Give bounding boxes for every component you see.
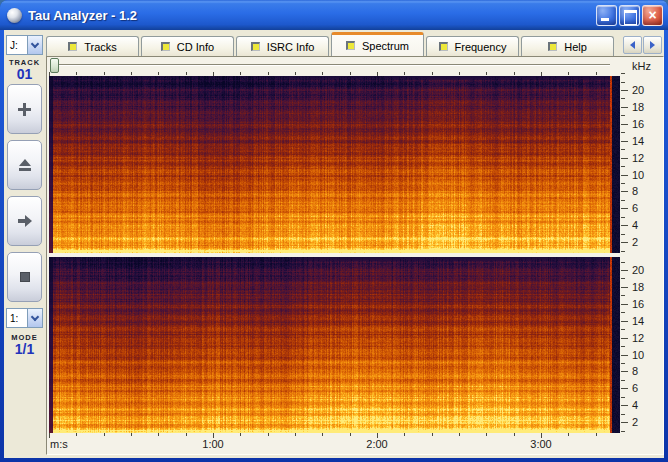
time-tick <box>404 433 405 436</box>
plus-icon <box>18 103 31 116</box>
mode-select[interactable]: 1: <box>6 308 43 328</box>
time-tick <box>568 72 569 75</box>
drive-select-dropdown-button[interactable] <box>27 36 42 54</box>
drive-select[interactable]: J: <box>6 35 43 55</box>
freq-tick <box>621 124 628 125</box>
freq-tick <box>621 388 628 389</box>
freq-tick-label: 16 <box>632 298 644 310</box>
freq-tick <box>621 397 625 398</box>
freq-tick <box>621 82 625 83</box>
drive-select-value: J: <box>7 36 27 54</box>
mode-select-dropdown-button[interactable] <box>27 309 42 327</box>
freq-tick <box>621 141 628 142</box>
freq-tick <box>621 251 625 252</box>
tab-help[interactable]: Help <box>521 36 614 56</box>
arrow-right-icon <box>18 215 32 227</box>
position-slider-track[interactable] <box>53 64 610 66</box>
time-tick <box>295 72 296 75</box>
minimize-button[interactable] <box>596 5 617 26</box>
eject-icon <box>19 159 31 171</box>
time-tick <box>268 72 269 75</box>
mode-value: 1/1 <box>4 341 45 357</box>
time-axis-label: 3:00 <box>530 438 551 450</box>
freq-tick <box>621 431 625 432</box>
time-tick <box>76 433 77 436</box>
title-bar[interactable]: Tau Analyzer - 1.2 × <box>0 0 668 30</box>
freq-tick-label: 20 <box>632 84 644 96</box>
time-tick <box>268 433 269 436</box>
time-axis-unit: m:s <box>50 438 68 450</box>
time-tick <box>459 72 460 75</box>
tab-cd-info[interactable]: CD Info <box>141 36 234 56</box>
tab-frequency[interactable]: Frequency <box>426 36 519 56</box>
tab-spectrum[interactable]: Spectrum <box>331 32 424 56</box>
close-icon: × <box>643 6 662 25</box>
freq-axis-unit: kHz <box>632 60 651 72</box>
stop-button[interactable] <box>7 252 42 302</box>
time-tick <box>541 72 542 76</box>
tab-label: Tracks <box>84 41 117 53</box>
freq-tick <box>621 107 628 108</box>
tab-label: Frequency <box>455 41 507 53</box>
time-tick <box>404 72 405 75</box>
freq-tick <box>621 183 625 184</box>
time-tick <box>131 72 132 75</box>
freq-tick-label: 20 <box>632 264 644 276</box>
freq-tick <box>621 217 625 218</box>
freq-tick <box>621 422 628 423</box>
chevron-down-icon <box>31 39 39 47</box>
freq-tick <box>621 166 625 167</box>
freq-tick-label: 18 <box>632 281 644 293</box>
app-icon <box>7 8 22 23</box>
tab-tracks[interactable]: Tracks <box>46 36 139 56</box>
arrow-left-icon <box>630 41 635 49</box>
time-tick <box>240 72 241 75</box>
stop-icon <box>20 272 30 282</box>
mode-select-value: 1: <box>7 309 27 327</box>
freq-tick <box>621 312 625 313</box>
add-button[interactable] <box>7 84 42 134</box>
freq-tick <box>621 158 628 159</box>
freq-tick <box>621 355 628 356</box>
time-tick <box>104 72 105 75</box>
time-axis-label: 2:00 <box>366 438 387 450</box>
tab-scroll-left-button[interactable] <box>623 36 642 54</box>
arrow-right-icon <box>650 41 655 49</box>
time-tick <box>514 433 515 436</box>
time-tick <box>158 72 159 75</box>
next-track-button[interactable] <box>7 196 42 246</box>
time-tick <box>377 72 378 76</box>
freq-tick <box>621 225 628 226</box>
freq-tick <box>621 208 628 209</box>
maximize-button[interactable] <box>619 5 640 26</box>
tab-flag-icon <box>346 41 355 50</box>
freq-tick <box>621 371 628 372</box>
eject-button[interactable] <box>7 140 42 190</box>
time-tick <box>459 433 460 436</box>
time-tick <box>432 72 433 75</box>
spectrogram-channel-2 <box>49 257 620 433</box>
tab-label: ISRC Info <box>267 41 315 53</box>
time-tick <box>568 433 569 436</box>
tab-scroll-right-button[interactable] <box>643 36 662 54</box>
freq-tick <box>621 90 628 91</box>
spectrum-panel: kHz m:s 24681012141618202468101214161820… <box>46 56 664 455</box>
tab-isrc-info[interactable]: ISRC Info <box>236 36 329 56</box>
freq-tick <box>621 270 628 271</box>
freq-tick <box>621 200 625 201</box>
close-button[interactable]: × <box>642 5 663 26</box>
time-tick <box>131 433 132 436</box>
freq-tick-label: 2 <box>632 416 638 428</box>
app-window: Tau Analyzer - 1.2 × Tracks CD Info ISRC… <box>0 0 668 462</box>
tab-label: CD Info <box>177 41 214 53</box>
time-tick <box>186 72 187 75</box>
freq-tick <box>621 115 625 116</box>
freq-tick <box>621 329 625 330</box>
freq-tick <box>621 132 625 133</box>
freq-tick-label: 2 <box>632 236 638 248</box>
freq-tick <box>621 234 625 235</box>
freq-tick <box>621 304 628 305</box>
position-slider-thumb[interactable] <box>50 58 59 73</box>
freq-tick-label: 10 <box>632 349 644 361</box>
time-tick <box>104 433 105 436</box>
